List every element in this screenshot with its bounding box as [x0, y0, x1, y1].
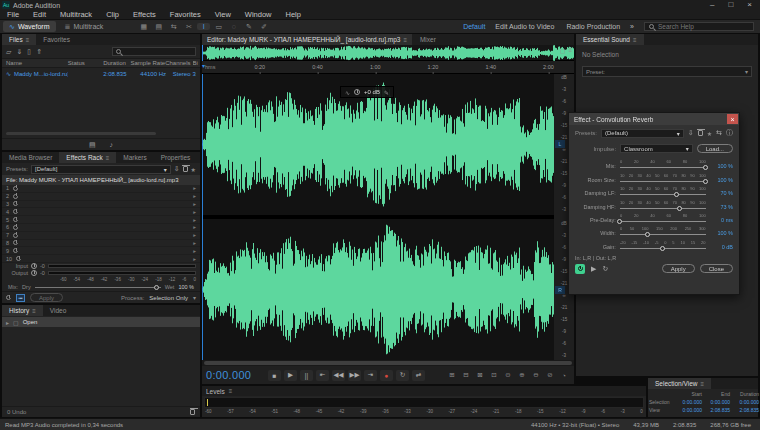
- damping-lf-slider[interactable]: 102030405060708090100: [620, 186, 706, 198]
- slot-arrow-icon[interactable]: ▸: [193, 185, 196, 191]
- delete-preset-icon[interactable]: [183, 166, 188, 172]
- expand-icon[interactable]: ▸: [6, 319, 9, 326]
- slot-arrow-icon[interactable]: ▸: [193, 224, 196, 230]
- column-header-status[interactable]: Status: [68, 60, 90, 66]
- gain-slider-handle[interactable]: [660, 246, 665, 251]
- rack-apply-button[interactable]: Apply: [30, 293, 63, 302]
- rewind-button[interactable]: ◀◀: [332, 370, 345, 381]
- power-icon[interactable]: [13, 225, 18, 230]
- slot-arrow-icon[interactable]: ▸: [193, 217, 196, 223]
- column-header-channels[interactable]: Channels: [165, 60, 192, 66]
- volume-hud[interactable]: ∿ +0 dB ✎: [340, 86, 394, 98]
- dialog-preset-select[interactable]: (Default)▾: [601, 129, 684, 138]
- room-size-slider-handle[interactable]: [703, 179, 708, 184]
- damping-hf-slider-handle[interactable]: [677, 206, 682, 211]
- panel-menu-icon[interactable]: ≡: [32, 308, 36, 314]
- room-size-slider[interactable]: 102030405060708090100: [620, 173, 706, 185]
- lasso-selection-tool-icon[interactable]: ◌: [227, 23, 240, 30]
- close-button[interactable]: ×: [747, 0, 752, 10]
- damping-hf-slider[interactable]: 102030405060708090100: [620, 200, 706, 212]
- width-slider[interactable]: 050100150200250300: [620, 226, 706, 238]
- insert-into-multitrack-icon[interactable]: ▤: [89, 141, 96, 149]
- zoom-out-full-button[interactable]: ⊡: [488, 370, 500, 381]
- spot-healing-brush-tool-icon[interactable]: ✐: [257, 23, 270, 31]
- loop-playback-button[interactable]: ↻: [396, 370, 409, 381]
- panel-menu-icon[interactable]: ≡: [403, 37, 407, 43]
- tab-history[interactable]: History≡: [2, 305, 43, 316]
- playhead-marker[interactable]: ▾: [202, 62, 205, 69]
- history-item-open[interactable]: ▸ ▢ Open: [2, 317, 200, 327]
- power-icon[interactable]: [13, 194, 18, 199]
- power-icon[interactable]: [13, 240, 18, 245]
- panel-menu-icon[interactable]: ≡: [701, 381, 705, 387]
- rack-slot-2[interactable]: 2▸: [2, 193, 200, 201]
- paintbrush-selection-tool-icon[interactable]: ✎: [242, 23, 255, 31]
- skip-to-end-button[interactable]: ⇥: [364, 370, 377, 381]
- record-button[interactable]: ●: [380, 370, 393, 381]
- dialog-titlebar[interactable]: Effect - Convolution Reverb ×: [569, 113, 739, 125]
- rack-slot-8[interactable]: 8▸: [2, 240, 200, 248]
- save-preset-icon[interactable]: ⇩: [174, 165, 180, 173]
- rack-slot-6[interactable]: 6▸: [2, 224, 200, 232]
- left-channel-button[interactable]: L: [555, 140, 565, 148]
- dialog-close-pill-button[interactable]: Close: [700, 264, 733, 273]
- power-icon[interactable]: [13, 217, 18, 222]
- panel-menu-icon[interactable]: ≡: [26, 37, 30, 43]
- edit-hud-icon[interactable]: ✎: [384, 89, 389, 96]
- tab-selection-view[interactable]: Selection/View ≡: [648, 378, 711, 389]
- essential-preset-select[interactable]: Preset: ▾: [582, 66, 752, 77]
- delete-preset-icon[interactable]: [698, 130, 703, 136]
- mixer-tab[interactable]: Mixer: [412, 36, 444, 43]
- apply-button[interactable]: Apply: [662, 264, 695, 273]
- power-icon[interactable]: [13, 248, 18, 253]
- zoom-out-button[interactable]: ⊖: [530, 370, 542, 381]
- slot-arrow-icon[interactable]: ▸: [193, 240, 196, 246]
- power-icon[interactable]: [13, 209, 18, 214]
- search-help-input[interactable]: Search Help: [644, 22, 754, 31]
- impulse-select[interactable]: Classroom▾: [620, 144, 693, 153]
- editor-tab[interactable]: Editor: Maddy MURK - УПАЛ НАМЕРЕННЫЙ_ [a…: [202, 34, 412, 45]
- input-gain-knob[interactable]: [31, 263, 37, 269]
- menu-file[interactable]: File: [0, 10, 26, 19]
- width-slider-handle[interactable]: [645, 232, 650, 237]
- menu-favorites[interactable]: Favorites: [163, 10, 208, 19]
- zoom-in-at-in-point-button[interactable]: ⊘: [544, 370, 556, 381]
- insert-into-multitrack-icon[interactable]: ⇑: [36, 48, 42, 56]
- tab-media-browser[interactable]: Media Browser: [2, 152, 59, 163]
- gain-slider[interactable]: -20-15-10-505101520: [620, 240, 706, 252]
- dialog-close-button[interactable]: ×: [727, 114, 738, 124]
- slot-arrow-icon[interactable]: ▸: [193, 256, 196, 262]
- time-selection-tool-icon[interactable]: I: [197, 23, 210, 30]
- load-button[interactable]: Load...: [697, 144, 733, 153]
- tab-video[interactable]: Video: [43, 305, 74, 316]
- tab-properties[interactable]: Properties: [154, 152, 198, 163]
- files-search-input[interactable]: [112, 47, 196, 56]
- process-dropdown-icon[interactable]: ▾: [193, 294, 196, 301]
- stop-button[interactable]: ■: [268, 370, 281, 381]
- menu-help[interactable]: Help: [279, 10, 308, 19]
- timeline-ruler[interactable]: hms 0:200:401:001:201:402:00 ▾: [202, 61, 574, 74]
- zoom-reset-button[interactable]: ⊠: [474, 370, 486, 381]
- damping-lf-slider-handle[interactable]: [674, 192, 679, 197]
- workspace-default[interactable]: Default: [463, 23, 485, 30]
- timed-record-button[interactable]: ◔: [558, 370, 570, 381]
- slot-arrow-icon[interactable]: ▸: [193, 209, 196, 215]
- rack-slot-7[interactable]: 7▸: [2, 232, 200, 240]
- workspace-overflow-icon[interactable]: »: [630, 23, 634, 30]
- menu-view[interactable]: View: [208, 10, 238, 19]
- menu-edit[interactable]: Edit: [26, 10, 53, 19]
- power-icon[interactable]: [13, 233, 18, 238]
- info-icon[interactable]: ⓘ: [726, 128, 733, 138]
- output-gain-knob[interactable]: [31, 270, 37, 276]
- zoom-out-amplitude-button[interactable]: ⊟: [460, 370, 472, 381]
- tab-effects-rack[interactable]: Effects Rack≡: [59, 152, 116, 163]
- panel-menu-icon[interactable]: ≡: [106, 155, 110, 161]
- tab-essential-sound[interactable]: Essential Sound ≡: [576, 34, 644, 45]
- column-header-duration[interactable]: Duration: [90, 60, 126, 66]
- new-file-icon[interactable]: ▯: [27, 48, 31, 56]
- maximize-button[interactable]: □: [728, 0, 733, 10]
- import-files-icon[interactable]: ⇓: [16, 48, 22, 56]
- column-header-sample-rate[interactable]: Sample Rate: [126, 60, 165, 66]
- tab-files[interactable]: Files≡: [2, 34, 36, 45]
- preview-play-button[interactable]: ▶: [591, 265, 596, 273]
